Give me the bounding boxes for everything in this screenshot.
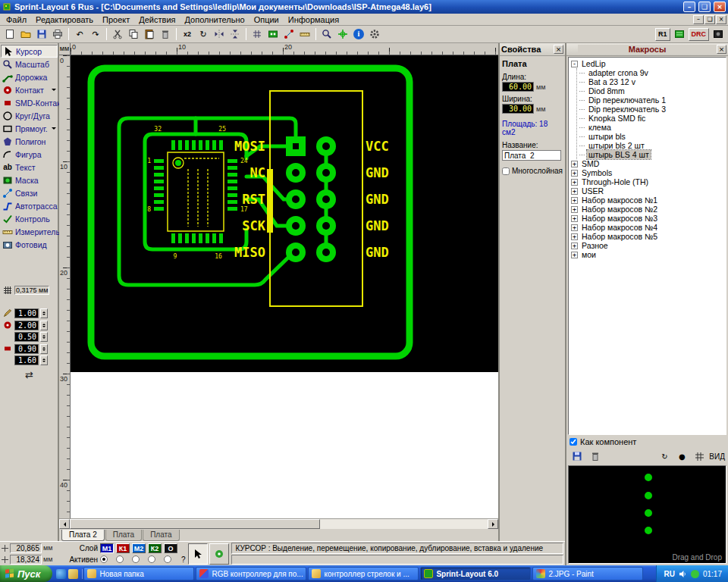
tree-item-selected[interactable]: штырь BLS 4 шт	[579, 150, 726, 159]
tree-item-through-hole[interactable]: +Through-Hole (TH)	[571, 177, 726, 186]
multilayer-checkbox[interactable]	[502, 167, 510, 175]
tool-text[interactable]: ab Текст	[1, 161, 58, 174]
menu-project[interactable]: Проект	[98, 14, 134, 25]
cursor-mode-button[interactable]	[188, 543, 208, 565]
close-button[interactable]: ×	[714, 2, 726, 12]
task-new-folder[interactable]: Новая папка	[83, 567, 194, 580]
page-background[interactable]	[71, 372, 498, 518]
smd-width-stepper[interactable]	[40, 344, 48, 354]
tool-circle[interactable]: Круг/Дуга	[1, 109, 58, 122]
clock[interactable]: 01:17	[703, 570, 722, 578]
pad-outer-stepper[interactable]	[40, 321, 48, 330]
tree-item-set1[interactable]: +Набор макросов №1	[571, 196, 726, 205]
info-icon[interactable]: i	[351, 27, 366, 42]
track-width-stepper[interactable]	[40, 308, 48, 318]
folder-quick-icon[interactable]	[68, 569, 78, 579]
pad-mode-button[interactable]	[209, 543, 229, 565]
tool-autoroute[interactable]: Автотрасса	[1, 199, 58, 212]
tool-photoview[interactable]: Фотовид	[1, 238, 58, 251]
pcb-viewport[interactable]: 32 25 1 8 9 16 17 24	[71, 55, 498, 518]
chevron-down-icon[interactable]	[52, 127, 56, 132]
mdi-close-button[interactable]: ×	[716, 15, 726, 24]
tool-mask[interactable]: Маска	[1, 174, 58, 186]
tool-cursor[interactable]: Курсор	[1, 45, 58, 58]
rotate-macro-icon[interactable]: ↻	[657, 449, 672, 463]
tool-polygon[interactable]: Полигон	[1, 135, 58, 148]
tool-shape[interactable]: Фигура	[1, 148, 58, 161]
tree-item-set2[interactable]: +Набор макросов №2	[571, 205, 726, 214]
length-value[interactable]: 60.00	[502, 82, 534, 92]
measure-icon[interactable]	[297, 27, 312, 42]
task-paint[interactable]: 2.JPG - Paint	[532, 567, 643, 580]
menu-info[interactable]: Информация	[284, 14, 344, 25]
expand-icon[interactable]: +	[571, 188, 578, 195]
task-arrow-controller[interactable]: контроллер стрелок и ...	[308, 567, 419, 580]
menu-options[interactable]: Опции	[249, 14, 284, 25]
chevron-down-icon[interactable]	[52, 89, 56, 93]
tool-rectangle[interactable]: Прямоуг.	[1, 122, 58, 135]
as-component-checkbox[interactable]	[570, 438, 577, 446]
mdi-restore-button[interactable]: ❏	[704, 15, 715, 24]
flip-horizontal-icon[interactable]	[212, 27, 227, 42]
tree-item-set4[interactable]: +Набор макросов №4	[571, 223, 726, 232]
tab-board[interactable]: Плата	[105, 530, 142, 541]
active-layer-radio-m2[interactable]	[132, 555, 140, 563]
grid-setting[interactable]: 0,3175 мм	[1, 284, 58, 296]
save-icon[interactable]	[34, 27, 49, 42]
volume-icon[interactable]	[679, 570, 687, 578]
new-file-icon[interactable]	[2, 27, 17, 42]
start-button[interactable]: Пуск	[0, 565, 52, 582]
smd-height-stepper[interactable]	[40, 355, 48, 365]
exchange-icon[interactable]: ⇄	[1, 369, 58, 380]
smd-width-field[interactable]: 0.90	[14, 344, 39, 354]
expand-icon[interactable]: +	[571, 161, 578, 167]
macros-close-icon[interactable]: ×	[717, 45, 726, 54]
tool-pad[interactable]: Контакт	[1, 83, 58, 96]
scroll-left-button[interactable]	[59, 519, 70, 529]
pad-inner-stepper[interactable]	[40, 332, 48, 342]
expand-icon[interactable]: +	[571, 197, 578, 204]
scroll-right-button[interactable]	[488, 519, 498, 529]
copy-icon[interactable]	[126, 27, 141, 42]
status-tray-icon[interactable]	[691, 570, 699, 578]
expand-icon[interactable]: +	[571, 170, 578, 177]
expand-icon[interactable]: +	[571, 206, 578, 213]
layer-o-button[interactable]: О	[164, 543, 177, 553]
tool-check[interactable]: Контроль	[1, 212, 58, 225]
tree-item-set3[interactable]: +Набор макросов №3	[571, 214, 726, 223]
tool-connections[interactable]: Связи	[1, 186, 58, 199]
expand-icon[interactable]: +	[571, 252, 578, 258]
macro-preview[interactable]: Drag and Drop	[568, 465, 726, 564]
collapse-icon[interactable]: -	[571, 61, 578, 67]
active-layer-radio-k2[interactable]	[148, 555, 155, 563]
expand-icon[interactable]: +	[571, 224, 578, 231]
restore-button[interactable]: ❏	[698, 2, 711, 12]
menu-extra[interactable]: Дополнительно	[180, 14, 249, 25]
tree-item[interactable]: adapter crona 9v	[579, 68, 726, 77]
tree-item[interactable]: Diod 8mm	[579, 86, 726, 95]
delete-macro-icon[interactable]	[588, 449, 603, 463]
active-layer-radio-o[interactable]	[164, 555, 171, 563]
scroll-thumb[interactable]	[70, 519, 320, 529]
properties-close-icon[interactable]: ×	[554, 45, 563, 54]
task-rgb-controller[interactable]: RGB контроллер для по...	[196, 567, 306, 580]
delete-icon[interactable]	[158, 27, 173, 42]
r1-button[interactable]: R1	[655, 28, 670, 41]
duplicate-button[interactable]: x2	[180, 27, 195, 42]
pad-outer-field[interactable]: 2.00	[14, 321, 39, 330]
tool-track[interactable]: Дорожка	[1, 70, 58, 83]
menu-file[interactable]: Файл	[2, 14, 31, 25]
flip-vertical-icon[interactable]	[228, 27, 243, 42]
grid-icon[interactable]	[249, 27, 265, 42]
tree-item[interactable]: клема	[579, 123, 726, 132]
mirror-macro-icon[interactable]: ●	[674, 449, 689, 463]
tree-item-user[interactable]: +USER	[571, 186, 726, 196]
menu-edit[interactable]: Редактировать	[31, 14, 98, 25]
layer-m1-button[interactable]: М1	[100, 543, 114, 553]
tree-item-mine[interactable]: +мои	[571, 250, 726, 259]
tree-item[interactable]: Bat a 23 12 v	[579, 77, 726, 86]
save-macro-icon[interactable]	[570, 449, 585, 463]
expand-icon[interactable]: +	[571, 242, 578, 249]
tree-item-ledlip[interactable]: - LedLip	[571, 59, 726, 68]
drc-button[interactable]: DRC	[689, 28, 710, 41]
